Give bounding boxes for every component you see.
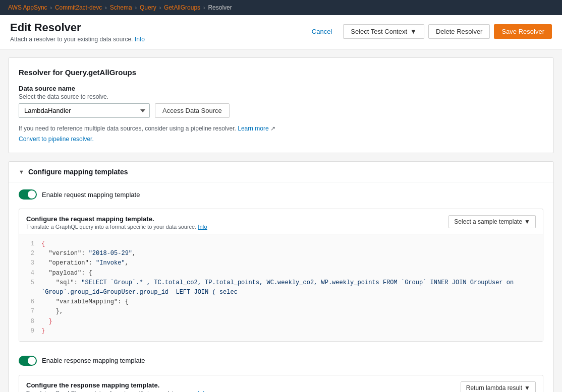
- code-line-9: 9 }: [26, 326, 536, 336]
- breadcrumb-query[interactable]: Query: [140, 4, 156, 11]
- response-editor-title: Configure the response mapping template.: [26, 381, 207, 389]
- request-editor-title: Configure the request mapping template.: [26, 215, 207, 223]
- page-header-left: Edit Resolver Attach a resolver to your …: [10, 21, 145, 43]
- select-sample-template-button[interactable]: Select a sample template ▼: [448, 215, 536, 228]
- select-test-context-button[interactable]: Select Test Context ▼: [343, 24, 424, 39]
- request-toggle-slider: [19, 189, 37, 200]
- response-toggle-label: Enable response mapping template: [42, 357, 145, 364]
- request-editor-panel: Configure the request mapping template. …: [19, 209, 543, 342]
- data-source-group: Data source name Select the data source …: [19, 85, 543, 118]
- save-resolver-button[interactable]: Save Resolver: [494, 24, 552, 39]
- code-line-6: 6 "variableMapping": {: [26, 297, 536, 307]
- request-info-link[interactable]: Info: [198, 224, 207, 230]
- pipeline-notice: If you need to reference multiple data s…: [19, 125, 543, 132]
- breadcrumb-appsync[interactable]: AWS AppSync: [8, 4, 47, 11]
- resolver-panel-body: Resolver for Query.getAllGroups Data sou…: [9, 58, 553, 153]
- request-toggle-label: Enable request mapping template: [42, 191, 140, 199]
- select-test-context-label: Select Test Context: [351, 28, 407, 35]
- breadcrumb-commit2act[interactable]: Commit2act-devc: [55, 4, 102, 11]
- delete-resolver-button[interactable]: Delete Resolver: [428, 24, 490, 39]
- response-editor-subtitle: Translate a GraphQL query into a format …: [26, 390, 207, 392]
- data-source-select-row: LambdaHandler Access Data Source: [19, 103, 543, 118]
- code-line-7: 7 },: [26, 307, 536, 316]
- header-actions: Cancel Select Test Context ▼ Delete Reso…: [305, 24, 552, 39]
- subtitle-text: Attach a resolver to your existing data …: [10, 36, 135, 43]
- return-lambda-button[interactable]: Return lambda result ▼: [461, 381, 536, 392]
- response-toggle[interactable]: [19, 356, 37, 366]
- breadcrumb-current: Resolver: [208, 4, 232, 11]
- page-header: Edit Resolver Attach a resolver to your …: [0, 15, 562, 49]
- subtitle-info-link[interactable]: Info: [135, 36, 145, 43]
- mapping-section-title: Configure mapping templates: [28, 168, 128, 176]
- request-code-editor[interactable]: 1 { 2 "version": "2018-05-29", 3 "operat…: [19, 234, 543, 341]
- page-title: Edit Resolver: [10, 21, 145, 34]
- code-line-4: 4 "payload": {: [26, 269, 536, 278]
- response-editor-toolbar-left: Configure the response mapping template.…: [26, 381, 207, 392]
- page-subtitle: Attach a resolver to your existing data …: [10, 36, 145, 43]
- breadcrumb-sep-5: ›: [203, 5, 205, 11]
- notice-text: If you need to reference multiple data s…: [19, 125, 236, 132]
- code-line-3: 3 "operation": "Invoke",: [26, 258, 536, 268]
- resolver-panel-title: Resolver for Query.getAllGroups: [19, 68, 543, 77]
- breadcrumb-getallgroups[interactable]: GetAllGroups: [164, 4, 200, 11]
- code-line-8: 8 }: [26, 317, 536, 326]
- data-source-select[interactable]: LambdaHandler: [19, 103, 150, 118]
- learn-more-link[interactable]: Learn more: [238, 125, 268, 132]
- breadcrumb-sep-1: ›: [50, 5, 52, 11]
- notice-icon: ↗: [270, 125, 275, 132]
- breadcrumb-sep-3: ›: [135, 5, 137, 11]
- request-editor-toolbar-left: Configure the request mapping template. …: [26, 215, 207, 230]
- response-toggle-row: Enable response mapping template: [9, 349, 553, 371]
- mapping-panel: ▼ Configure mapping templates Enable req…: [8, 161, 554, 392]
- code-line-2: 2 "version": "2018-05-29",: [26, 249, 536, 258]
- return-lambda-dropdown-icon: ▼: [524, 384, 530, 391]
- response-editor-toolbar: Configure the response mapping template.…: [19, 375, 543, 392]
- request-toggle[interactable]: [19, 189, 37, 200]
- response-toggle-slider: [19, 356, 37, 366]
- chevron-down-icon: ▼: [19, 169, 24, 175]
- response-subtitle-text: Translate a GraphQL query into a format …: [26, 390, 196, 392]
- response-info-link[interactable]: Info: [198, 390, 207, 392]
- breadcrumb-sep-4: ›: [159, 5, 161, 11]
- convert-pipeline-link[interactable]: Convert to pipeline resolver.: [19, 136, 94, 143]
- request-subtitle-text: Translate a GraphQL query into a format …: [26, 224, 196, 230]
- dropdown-arrow-icon: ▼: [410, 28, 417, 35]
- cancel-button[interactable]: Cancel: [305, 25, 339, 38]
- breadcrumb-schema[interactable]: Schema: [110, 4, 132, 11]
- code-line-1: 1 {: [26, 239, 536, 249]
- request-editor-subtitle: Translate a GraphQL query into a format …: [26, 224, 207, 230]
- data-source-hint: Select the data source to resolve.: [19, 93, 543, 100]
- breadcrumb: AWS AppSync › Commit2act-devc › Schema ›…: [0, 0, 562, 15]
- access-data-source-button[interactable]: Access Data Source: [155, 103, 230, 118]
- breadcrumb-sep-2: ›: [105, 5, 106, 11]
- request-toggle-row: Enable request mapping template: [9, 182, 553, 205]
- template-btn-label: Select a sample template: [454, 218, 522, 225]
- request-editor-toolbar: Configure the request mapping template. …: [19, 209, 543, 234]
- template-dropdown-icon: ▼: [524, 218, 530, 225]
- main-content: Resolver for Query.getAllGroups Data sou…: [0, 49, 562, 392]
- return-lambda-label: Return lambda result: [466, 384, 522, 391]
- mapping-section-header[interactable]: ▼ Configure mapping templates: [9, 162, 553, 182]
- code-line-5: 5 "sql": "SELECT `Group`.* , TC.total_co…: [26, 278, 536, 297]
- data-source-label: Data source name: [19, 85, 543, 92]
- response-editor-panel: Configure the response mapping template.…: [19, 375, 543, 392]
- resolver-panel: Resolver for Query.getAllGroups Data sou…: [8, 57, 554, 153]
